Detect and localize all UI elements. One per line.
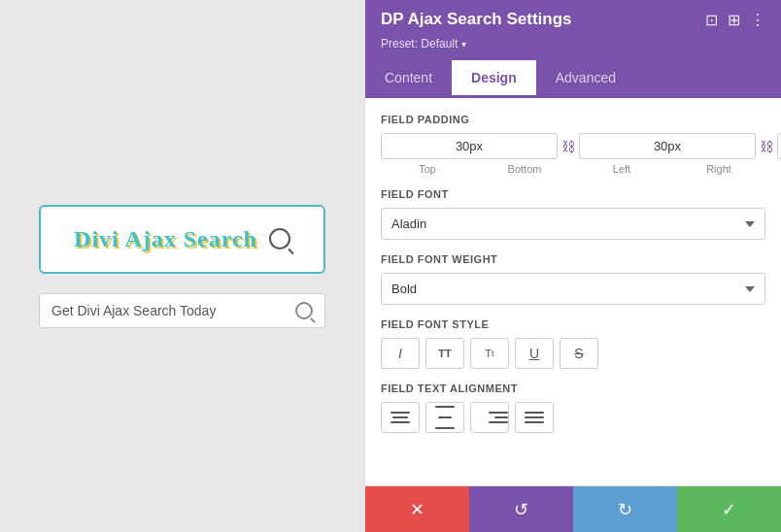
link-icon-right[interactable]: ⛓ — [760, 139, 773, 154]
responsive-icon[interactable]: ⊡ — [705, 11, 718, 29]
align-center-button[interactable] — [425, 402, 464, 433]
padding-row: ⛓ ⛓ — [381, 133, 765, 159]
align-right-button[interactable] — [470, 402, 509, 433]
field-text-alignment-label: Field Text Alignment — [381, 382, 765, 394]
field-font-weight-label: Field Font Weight — [381, 253, 765, 265]
right-panel: DP Ajax Search Settings ⊡ ⊞ ⋮ Preset: De… — [364, 0, 781, 532]
underline-button[interactable]: U — [515, 338, 554, 369]
uppercase-button[interactable]: TT — [425, 338, 464, 369]
panel-header-icons: ⊡ ⊞ ⋮ — [705, 11, 765, 29]
style-buttons: I TT Tt U S — [381, 338, 765, 369]
preset-arrow-icon: ▾ — [461, 39, 466, 50]
align-buttons — [381, 402, 765, 433]
right-label: Right — [672, 163, 765, 175]
undo-button[interactable]: ↺ — [469, 486, 573, 532]
padding-left-input[interactable] — [777, 133, 781, 159]
link-icon-left[interactable]: ⛓ — [561, 139, 575, 154]
widget-title: Divi Ajax Search — [74, 226, 257, 252]
left-label: Left — [575, 163, 668, 175]
field-font-style-label: Field Font Style — [381, 318, 765, 330]
padding-bottom-input[interactable] — [579, 133, 756, 159]
field-padding-label: Field Padding — [381, 114, 765, 125]
italic-button[interactable]: I — [381, 338, 420, 369]
redo-button[interactable]: ↻ — [573, 486, 677, 532]
tab-design[interactable]: Design — [452, 60, 536, 98]
panel-header-top: DP Ajax Search Settings ⊡ ⊞ ⋮ — [381, 10, 765, 29]
capitalize-button[interactable]: Tt — [470, 338, 509, 369]
field-font-label: Field Font — [381, 188, 765, 200]
tab-advanced[interactable]: Advanced — [536, 60, 635, 98]
panel-preset[interactable]: Preset: Default ▾ — [381, 37, 765, 50]
bottom-label: Bottom — [478, 163, 571, 175]
search-bar-box: Get Divi Ajax Search Today — [39, 293, 325, 328]
align-left-button[interactable] — [381, 402, 420, 433]
columns-icon[interactable]: ⊞ — [728, 11, 740, 29]
top-label: Top — [381, 163, 474, 175]
panel-title: DP Ajax Search Settings — [381, 10, 572, 29]
tab-content[interactable]: Content — [365, 60, 452, 98]
padding-labels: Top Bottom Left Right — [381, 163, 765, 175]
field-font-select[interactable]: Aladin Arial Georgia — [381, 208, 765, 240]
more-icon[interactable]: ⋮ — [750, 11, 765, 29]
panel-tabs: Content Design Advanced — [365, 60, 781, 98]
save-button[interactable]: ✓ — [677, 486, 781, 532]
search-bar-icon — [295, 302, 313, 319]
cancel-button[interactable]: ✕ — [365, 486, 469, 532]
padding-top-input[interactable] — [381, 133, 558, 159]
field-font-weight-select[interactable]: Bold Normal Light — [381, 273, 765, 305]
search-icon — [269, 228, 290, 249]
align-justify-button[interactable] — [515, 402, 554, 433]
panel-header: DP Ajax Search Settings ⊡ ⊞ ⋮ Preset: De… — [365, 0, 781, 60]
search-bar-text: Get Divi Ajax Search Today — [51, 303, 288, 318]
panel-body: Field Padding ⛓ ⛓ Top Bottom Left Right … — [365, 98, 781, 485]
panel-bottom: ✕ ↺ ↻ ✓ — [365, 485, 781, 532]
strikethrough-button[interactable]: S — [560, 338, 598, 369]
search-widget-box: Divi Ajax Search — [39, 205, 325, 274]
left-panel: Divi Ajax Search Get Divi Ajax Search To… — [0, 0, 364, 532]
